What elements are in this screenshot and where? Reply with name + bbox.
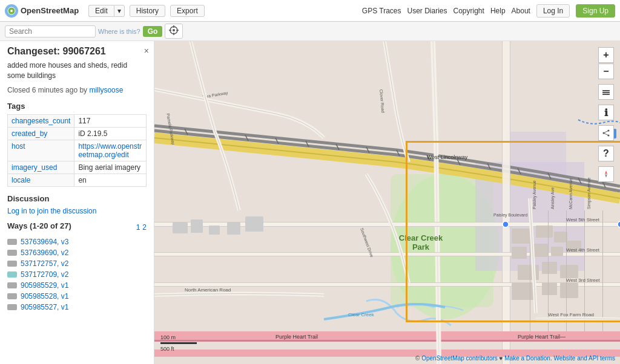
tag-key[interactable]: host: [8, 140, 74, 161]
top-navigation: OpenStreetMap Edit ▾ History Export GPS …: [0, 0, 620, 22]
table-row: hosthttps://www.openstreetmap.org/edit: [8, 140, 147, 161]
closed-text: Closed 6 minutes ago by: [7, 86, 87, 94]
tags-table: changesets_count117created_byiD 2.19.5ho…: [7, 114, 147, 187]
tag-value: 117: [74, 114, 147, 127]
svg-rect-22: [154, 222, 620, 223]
tag-key[interactable]: changesets_count: [8, 114, 74, 127]
map-area[interactable]: Purple Heart Trail Purple Heart Trail—: [154, 41, 620, 364]
ways-section: Ways (1-20 of 27) 1 2 537639694, v353763…: [7, 221, 147, 313]
way-link[interactable]: 905985528, v1: [21, 292, 68, 301]
svg-rect-35: [512, 229, 533, 244]
svg-line-82: [604, 133, 608, 135]
svg-rect-75: [602, 90, 610, 91]
list-item: 905985527, v1: [7, 302, 147, 313]
discussion-section: Discussion Log in to join the discussion: [7, 194, 147, 215]
logo[interactable]: OpenStreetMap: [5, 4, 79, 18]
ways-pagination: 1 2: [136, 223, 147, 232]
tag-value: https://www.openstreetmap.org/edit: [74, 140, 147, 161]
svg-rect-32: [209, 226, 220, 235]
info-button[interactable]: ℹ: [598, 105, 614, 120]
locate-button[interactable]: [165, 24, 183, 39]
tag-value: Bing aerial imagery: [74, 161, 147, 174]
discussion-title: Discussion: [7, 194, 147, 203]
svg-text:Purple Heart Trail—: Purple Heart Trail—: [518, 334, 566, 340]
svg-text:Clear Creek: Clear Creek: [399, 233, 443, 242]
share-button[interactable]: [598, 125, 614, 141]
svg-point-74: [618, 221, 620, 227]
svg-text:West Lincolnway: West Lincolnway: [427, 154, 468, 160]
list-item: 905985529, v1: [7, 280, 147, 291]
gps-traces-link[interactable]: GPS Traces: [362, 7, 401, 15]
svg-text:West 3rd Street: West 3rd Street: [566, 278, 600, 283]
scale-500ft-label: 500 ft: [160, 346, 197, 352]
login-button[interactable]: Log In: [536, 4, 570, 18]
svg-rect-28: [154, 282, 620, 283]
svg-rect-33: [227, 223, 240, 235]
way-link[interactable]: 537172709, v2: [21, 270, 68, 279]
nav-links: GPS Traces User Diaries Copyright Help A…: [362, 4, 615, 18]
author-link[interactable]: millysoose: [89, 86, 123, 94]
way-link[interactable]: 905985527, v1: [21, 303, 68, 311]
about-link[interactable]: About: [512, 7, 530, 15]
svg-text:North American Road: North American Road: [185, 287, 231, 293]
svg-rect-47: [560, 283, 578, 298]
signup-button[interactable]: Sign Up: [576, 4, 615, 18]
svg-text:West 5th Street: West 5th Street: [566, 217, 600, 223]
copyright-link[interactable]: Copyright: [453, 7, 484, 15]
export-button[interactable]: Export: [170, 5, 205, 17]
ways-title: Ways (1-20 of 27): [7, 221, 71, 230]
svg-rect-24: [154, 253, 620, 256]
tags-section-title: Tags: [7, 102, 147, 111]
way-color-indicator: [7, 304, 17, 310]
way-color-indicator: [7, 239, 17, 245]
attribution-text: © OpenStreetMap contributors ♥ Make a Do…: [415, 355, 615, 362]
svg-line-81: [604, 131, 608, 133]
svg-text:Simpson Avenue: Simpson Avenue: [587, 177, 592, 209]
ways-page-2[interactable]: 2: [142, 223, 147, 232]
svg-text:Paisley Boulevard: Paisley Boulevard: [493, 213, 527, 218]
layers-button[interactable]: [598, 84, 614, 100]
edit-dropdown-button[interactable]: ▾: [114, 5, 125, 17]
list-item: 905985528, v1: [7, 291, 147, 302]
zoom-in-button[interactable]: +: [598, 47, 614, 63]
user-diaries-link[interactable]: User Diaries: [407, 7, 447, 15]
svg-rect-45: [512, 283, 536, 300]
zoom-out-button[interactable]: −: [598, 63, 614, 79]
way-color-indicator: [7, 282, 17, 288]
help-link[interactable]: Help: [490, 7, 506, 15]
tag-key[interactable]: imagery_used: [8, 161, 74, 174]
svg-text:McCann Avenue: McCann Avenue: [569, 178, 573, 209]
map-scale: 100 m 500 ft: [160, 334, 197, 352]
way-link[interactable]: 905985529, v1: [21, 281, 68, 290]
svg-rect-26: [154, 256, 620, 256]
tag-value: iD 2.19.5: [74, 127, 147, 140]
tag-key[interactable]: created_by: [8, 127, 74, 140]
way-link[interactable]: 537639694, v3: [21, 238, 68, 246]
logo-icon: [5, 4, 18, 18]
changeset-title: Changeset: 99067261: [7, 46, 147, 57]
discussion-login-link[interactable]: Log in to join the discussion: [7, 207, 96, 215]
svg-point-3: [173, 29, 175, 31]
ways-page-1[interactable]: 1: [136, 223, 140, 232]
edit-button[interactable]: Edit: [88, 5, 114, 17]
sidebar-close-button[interactable]: ×: [144, 46, 149, 56]
list-item: 537172757, v2: [7, 258, 147, 269]
svg-rect-25: [154, 252, 620, 253]
way-link[interactable]: 537639690, v2: [21, 249, 68, 257]
sidebar: × Changeset: 99067261 added more houses …: [0, 41, 154, 364]
query-button[interactable]: ?: [598, 146, 614, 161]
terms-link[interactable]: Website and API terms: [553, 355, 615, 362]
svg-rect-37: [554, 232, 567, 242]
osm-attribution-link[interactable]: OpenStreetMap contributors: [421, 355, 498, 362]
where-is-this-link[interactable]: Where is this?: [98, 28, 140, 35]
svg-text:West Fox Farm Road: West Fox Farm Road: [548, 312, 594, 317]
way-color-indicator: [7, 271, 17, 278]
compass-button[interactable]: [598, 166, 614, 182]
search-go-button[interactable]: Go: [143, 26, 163, 37]
search-input[interactable]: [5, 25, 96, 37]
donation-link[interactable]: Make a Donation: [504, 355, 550, 362]
svg-rect-13: [503, 41, 510, 364]
way-link[interactable]: 537172757, v2: [21, 259, 68, 268]
tag-key[interactable]: locale: [8, 174, 74, 186]
history-button[interactable]: History: [130, 5, 165, 17]
